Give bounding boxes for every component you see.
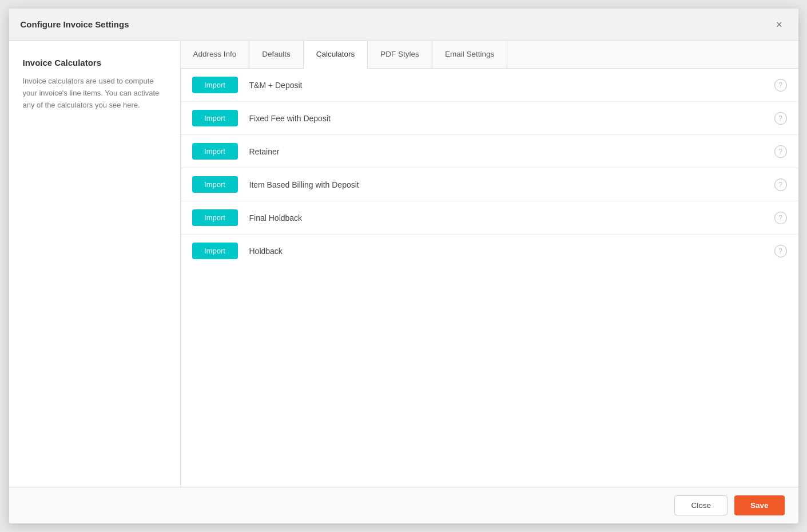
help-icon[interactable]: ? <box>774 79 787 92</box>
modal-title: Configure Invoice Settings <box>21 19 129 29</box>
help-icon[interactable]: ? <box>774 112 787 125</box>
modal-header: Configure Invoice Settings × <box>9 9 798 41</box>
calculator-list: ImportT&M + Deposit?ImportFixed Fee with… <box>181 69 798 487</box>
import-button-2[interactable]: Import <box>192 110 238 126</box>
calculator-row: ImportItem Based Billing with Deposit? <box>181 168 798 201</box>
tab-calculators[interactable]: Calculators <box>304 41 368 69</box>
help-icon[interactable]: ? <box>774 178 787 191</box>
calculator-name: T&M + Deposit <box>249 81 774 90</box>
tabs-bar: Address Info Defaults Calculators PDF St… <box>181 41 798 69</box>
help-icon[interactable]: ? <box>774 145 787 158</box>
calculator-row: ImportT&M + Deposit? <box>181 69 798 102</box>
tab-address-info[interactable]: Address Info <box>181 41 250 68</box>
calculator-name: Holdback <box>249 247 774 256</box>
help-icon[interactable]: ? <box>774 212 787 224</box>
import-button-1[interactable]: Import <box>192 77 238 93</box>
modal-close-button[interactable]: × <box>772 17 787 32</box>
calculator-row: ImportFinal Holdback? <box>181 201 798 235</box>
tab-defaults[interactable]: Defaults <box>249 41 304 68</box>
save-button[interactable]: Save <box>734 495 785 515</box>
calculator-name: Fixed Fee with Deposit <box>249 114 774 123</box>
calculator-row: ImportHoldback? <box>181 235 798 267</box>
import-button-3[interactable]: Import <box>192 143 238 160</box>
configure-invoice-modal: Configure Invoice Settings × Invoice Cal… <box>9 9 798 523</box>
calculator-name: Retainer <box>249 147 774 156</box>
sidebar: Invoice Calculators Invoice calculators … <box>9 41 181 487</box>
modal-footer: Close Save <box>9 487 798 523</box>
calculator-row: ImportFixed Fee with Deposit? <box>181 102 798 135</box>
modal-body: Invoice Calculators Invoice calculators … <box>9 41 798 487</box>
calculator-name: Final Holdback <box>249 213 774 223</box>
sidebar-title: Invoice Calculators <box>23 58 166 68</box>
calculator-row: ImportRetainer? <box>181 135 798 168</box>
help-icon[interactable]: ? <box>774 245 787 257</box>
import-button-4[interactable]: Import <box>192 176 238 193</box>
sidebar-description: Invoice calculators are used to compute … <box>23 76 166 111</box>
tab-pdf-styles[interactable]: PDF Styles <box>368 41 432 68</box>
import-button-6[interactable]: Import <box>192 243 238 259</box>
tab-email-settings[interactable]: Email Settings <box>432 41 507 68</box>
main-content: Address Info Defaults Calculators PDF St… <box>181 41 798 487</box>
close-button[interactable]: Close <box>674 495 728 515</box>
import-button-5[interactable]: Import <box>192 209 238 226</box>
calculator-name: Item Based Billing with Deposit <box>249 180 774 189</box>
